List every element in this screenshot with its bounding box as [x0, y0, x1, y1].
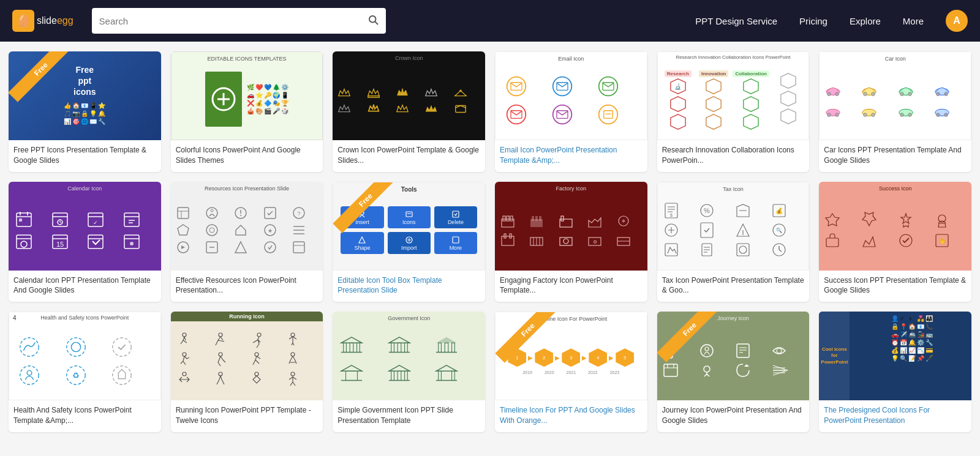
- card-4-title: Email Icon PowerPoint Presentation Templ…: [495, 140, 647, 172]
- card-1[interactable]: Freeppticons 👍🏠📧📱⭐ 🎵📷🔒💡🔔 📊🎯🌐✉️🔧 Free PPT…: [9, 51, 161, 172]
- svg-point-17: [553, 105, 572, 124]
- card-11[interactable]: Tax Icon $ % 💰 🔍 Tax Icon PowerPoint Pre…: [657, 182, 810, 302]
- svg-text:💰: 💰: [775, 207, 783, 215]
- card-17[interactable]: Journey Icon Journey Icon PowerPoint Pre…: [657, 312, 810, 432]
- svg-rect-117: [502, 219, 514, 227]
- svg-point-187: [219, 353, 222, 356]
- nav-ppt-design[interactable]: PPT Design Service: [695, 16, 777, 26]
- card-6[interactable]: Car Icon Car Icons PPT Presentation Temp…: [819, 51, 971, 172]
- svg-text:?: ?: [297, 211, 300, 217]
- svg-point-48: [827, 113, 831, 116]
- svg-point-96: [206, 225, 217, 236]
- svg-point-51: [864, 113, 867, 116]
- svg-rect-119: [507, 216, 509, 221]
- svg-rect-154: [701, 223, 713, 237]
- svg-point-193: [291, 372, 295, 376]
- logo[interactable]: 🥚 slideegg: [12, 10, 74, 32]
- svg-text:✓: ✓: [93, 220, 98, 226]
- card-5-title: Research Innovation Collaboration Icons …: [657, 140, 810, 172]
- svg-point-36: [827, 92, 831, 95]
- card-18[interactable]: Cool iconsforPowerPoint 👤♂️♀️💑👨‍👩‍👧 🔒📍🏠📧…: [819, 312, 971, 432]
- svg-rect-5: [368, 95, 379, 97]
- card-14[interactable]: Running Icon Running Icon PowerPoint PPT…: [171, 312, 323, 432]
- svg-point-173: [20, 337, 39, 356]
- nav-explore[interactable]: Explore: [850, 16, 881, 26]
- svg-rect-210: [404, 371, 407, 380]
- svg-point-84: [130, 242, 134, 245]
- card-13-title: Health And Safety Icons PowerPoint Templ…: [9, 400, 161, 432]
- card-15[interactable]: Government Icon Simple Government Icon P…: [333, 312, 485, 432]
- svg-marker-34: [781, 108, 796, 123]
- svg-marker-26: [706, 78, 721, 93]
- user-avatar[interactable]: A: [946, 10, 968, 32]
- svg-point-11: [553, 77, 572, 95]
- svg-point-189: [291, 353, 295, 356]
- card-18-title: The Predesigned Cool Icons For PowerPoin…: [819, 400, 971, 432]
- svg-marker-25: [671, 114, 685, 129]
- svg-rect-74: [17, 235, 31, 249]
- card-4[interactable]: Email Icon Email Icon PowerPoint Present…: [495, 51, 647, 172]
- svg-rect-128: [502, 236, 514, 245]
- svg-text:♻: ♻: [72, 370, 80, 379]
- svg-rect-85: [178, 207, 189, 219]
- svg-point-46: [944, 92, 948, 95]
- svg-rect-59: [17, 213, 31, 226]
- card-16[interactable]: Timeline Icon For PowerPoint 1 ▶ 2 ▶ 3 ▶…: [495, 312, 647, 432]
- svg-rect-80: [88, 235, 103, 249]
- svg-rect-16: [511, 110, 522, 118]
- card-12[interactable]: Success Icon 👋 Success Icon PPT Presenta…: [819, 182, 971, 302]
- card-10[interactable]: Factory Icon ⚙ Engaging Factory Icon Pow…: [495, 182, 647, 302]
- svg-text:%: %: [704, 207, 710, 214]
- svg-rect-107: [293, 242, 304, 253]
- svg-marker-24: [671, 96, 685, 111]
- svg-point-89: [211, 209, 213, 212]
- card-13[interactable]: 4 Health and Safety Icons PowerPoint ♻ H…: [9, 312, 161, 432]
- svg-point-76: [21, 241, 27, 247]
- svg-point-190: [183, 372, 186, 376]
- card-9-title: Editable Icon Tool Box Template Presenta…: [333, 271, 485, 302]
- nav-pricing[interactable]: Pricing: [799, 16, 827, 26]
- card-2-title: Colorful Icons PowerPoint And Google Sli…: [171, 140, 323, 172]
- svg-marker-28: [706, 114, 721, 129]
- search-input[interactable]: [99, 16, 368, 26]
- svg-rect-200: [404, 343, 407, 352]
- logo-icon: 🥚: [12, 10, 34, 32]
- free-badge-1: [9, 51, 55, 98]
- svg-point-57: [936, 113, 940, 116]
- svg-line-1: [375, 21, 377, 24]
- card-9[interactable]: Tools Insert Icons Delete Shape: [333, 182, 485, 302]
- svg-rect-110: [406, 212, 412, 217]
- svg-point-188: [255, 353, 258, 356]
- svg-point-13: [598, 77, 617, 95]
- svg-text:15: 15: [56, 241, 64, 248]
- svg-point-40: [872, 92, 875, 95]
- card-3[interactable]: Crown Icon Crown Icon PowerPoint Templat…: [333, 51, 485, 172]
- card-5[interactable]: Research Innovation Collaboration Icons …: [657, 51, 810, 172]
- nav-more[interactable]: More: [903, 16, 924, 26]
- svg-point-97: [209, 228, 214, 233]
- svg-rect-18: [557, 110, 568, 118]
- svg-rect-123: [535, 216, 538, 221]
- svg-point-164: [739, 246, 747, 253]
- svg-text:⚙: ⚙: [592, 239, 597, 245]
- svg-marker-30: [744, 96, 758, 111]
- svg-point-55: [908, 113, 911, 116]
- svg-point-106: [265, 242, 276, 253]
- svg-rect-208: [391, 371, 394, 380]
- svg-rect-195: [350, 343, 353, 352]
- card-8[interactable]: Resources Icon Presentation Slide ? ★: [171, 182, 323, 302]
- svg-line-167: [779, 250, 782, 252]
- svg-text:🔬: 🔬: [674, 83, 682, 90]
- svg-point-183: [219, 333, 222, 337]
- svg-rect-20: [604, 110, 612, 118]
- card-7-title: Calendar Icon PPT Presentation Template …: [9, 271, 161, 302]
- card-12-title: Success Icon PPT Presentation Template &…: [819, 271, 971, 302]
- svg-rect-212: [439, 371, 442, 380]
- card-7[interactable]: Calendar Icon ✓ 15 Calendar Icon PPT Pre…: [9, 182, 161, 302]
- svg-point-49: [835, 113, 839, 116]
- svg-point-192: [255, 372, 258, 376]
- search-button[interactable]: [368, 14, 379, 28]
- svg-point-54: [900, 113, 903, 116]
- card-2[interactable]: EDITABLE ICONS TEMPLATES 🌿❤️💙🌲⚙️ 🚗⭐🔑🌍📱 ❌…: [171, 51, 323, 172]
- svg-rect-209: [398, 371, 401, 380]
